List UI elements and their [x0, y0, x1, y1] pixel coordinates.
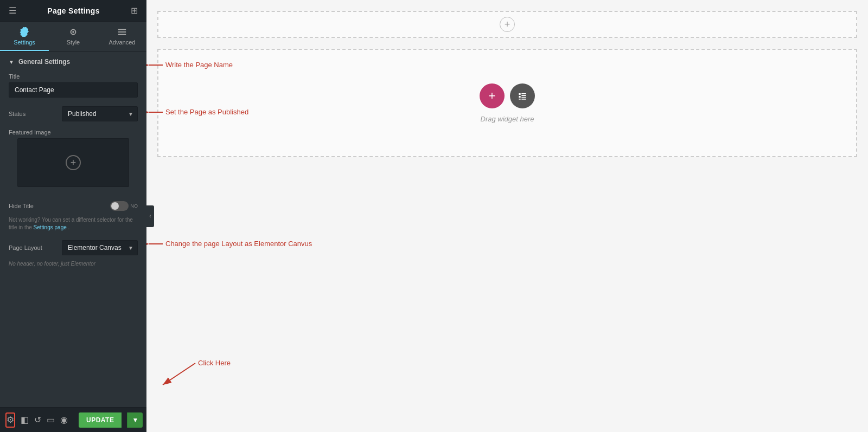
featured-image-plus-icon[interactable]: + [66, 155, 81, 170]
featured-image-group: Featured Image + [0, 126, 146, 198]
hint-text: Not working? You can set a different sel… [0, 215, 146, 237]
annotation-click-here: Click Here [198, 359, 231, 367]
tab-style-label: Style [67, 39, 80, 46]
hide-title-row: Hide Title NO [0, 198, 146, 215]
svg-rect-3 [118, 31, 126, 33]
canvas-add-section-top[interactable]: + [500, 17, 515, 32]
update-button[interactable]: UPDATE [79, 412, 122, 428]
layout-helper-text: No header, no footer, just Elementor [0, 260, 146, 270]
toggle-wrap: NO [110, 201, 138, 211]
sidebar-header: ☰ Page Settings ⊞ [0, 0, 146, 22]
hide-title-toggle[interactable] [110, 201, 129, 211]
title-label: Title [9, 73, 138, 80]
page-layout-select[interactable]: Elementor Canvas Default Full Width [62, 240, 138, 255]
settings-bottom-icon[interactable]: ⚙ [5, 412, 15, 428]
sidebar-title: Page Settings [47, 7, 99, 15]
featured-image-box[interactable]: + [17, 138, 129, 187]
toggle-thumb [111, 202, 119, 210]
general-settings-header[interactable]: ▼ General Settings [0, 51, 146, 70]
sidebar-tabs: Settings Style Advanced [0, 22, 146, 51]
page-layout-label: Page Layout [9, 244, 58, 251]
svg-rect-4 [118, 34, 126, 35]
layers-icon[interactable]: ◧ [21, 412, 29, 428]
settings-page-link[interactable]: Settings page [34, 224, 67, 230]
title-group: Title [0, 70, 146, 103]
tab-advanced[interactable]: Advanced [98, 22, 146, 51]
widget-actions: + [480, 83, 535, 108]
tab-advanced-label: Advanced [109, 39, 136, 46]
toggle-no-label: NO [131, 203, 138, 209]
title-input[interactable] [9, 82, 138, 98]
status-select[interactable]: Published Draft Private Pending Review [62, 106, 138, 121]
chevron-icon: ▼ [9, 59, 14, 65]
tab-settings-label: Settings [14, 39, 35, 46]
canvas-section-main: + Drag widget here [157, 49, 857, 157]
hide-title-label: Hide Title [9, 203, 106, 209]
drag-widget-text: Drag widget here [481, 115, 534, 123]
status-select-wrap: Published Draft Private Pending Review ▼ [62, 106, 138, 121]
add-widget-button[interactable]: + [480, 83, 505, 108]
svg-line-10 [163, 363, 195, 385]
eye-icon[interactable]: ◉ [60, 412, 68, 428]
collapse-tab[interactable]: ‹ [146, 205, 154, 227]
canvas-area: + + Drag widget here [146, 0, 868, 432]
sidebar: ☰ Page Settings ⊞ Settings Style Advance… [0, 0, 146, 432]
canvas-section-top: + [157, 11, 857, 38]
responsive-icon[interactable]: ▭ [47, 412, 55, 428]
general-settings-label: General Settings [18, 58, 70, 66]
page-layout-select-wrap: Elementor Canvas Default Full Width ▼ [62, 240, 138, 255]
sidebar-content: ▼ General Settings Title Status Publishe… [0, 51, 146, 407]
page-layout-row: Page Layout Elementor Canvas Default Ful… [0, 237, 146, 260]
grid-icon[interactable]: ⊞ [131, 5, 138, 16]
tab-style[interactable]: Style [49, 22, 98, 51]
update-arrow-button[interactable]: ▼ [127, 412, 143, 428]
svg-point-1 [72, 31, 74, 33]
annotation-change-layout: Change the page Layout as Elementor Canv… [165, 240, 312, 248]
template-widget-button[interactable] [510, 83, 535, 108]
sidebar-bottom: ⚙ ◧ ↺ ▭ ◉ UPDATE ▼ [0, 407, 146, 432]
status-row: Status Published Draft Private Pending R… [0, 103, 146, 126]
status-label: Status [9, 111, 58, 117]
svg-rect-2 [118, 29, 126, 30]
hamburger-icon[interactable]: ☰ [9, 5, 16, 16]
tab-settings[interactable]: Settings [0, 22, 49, 51]
undo-icon[interactable]: ↺ [34, 412, 41, 428]
main-canvas: + + Drag widget here [146, 0, 868, 432]
featured-image-label: Featured Image [9, 129, 138, 136]
